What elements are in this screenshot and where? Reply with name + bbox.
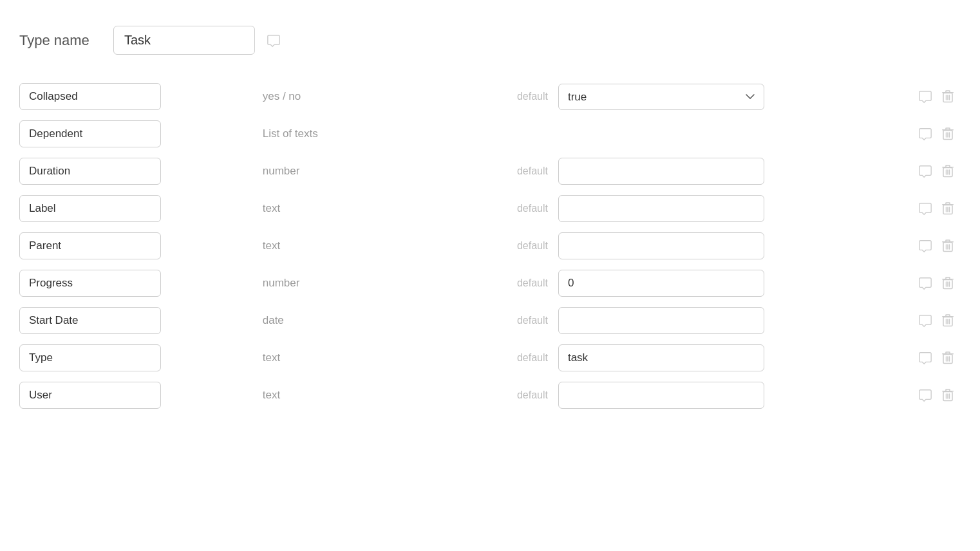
field-delete-button[interactable] [940, 88, 956, 105]
field-name-cell [19, 302, 252, 339]
field-delete-button[interactable] [940, 275, 956, 292]
action-icons [888, 238, 956, 254]
field-type-cell: text [252, 377, 466, 414]
trash-icon [941, 127, 954, 141]
comment-icon [918, 276, 932, 290]
field-delete-button[interactable] [940, 126, 956, 142]
field-actions-cell [883, 265, 961, 302]
field-comment-button[interactable] [917, 126, 934, 142]
field-default-label: default [466, 265, 553, 302]
field-comment-button[interactable] [917, 275, 934, 292]
table-row: textdefault [19, 227, 961, 265]
field-default-select[interactable]: truefalse [558, 84, 764, 110]
table-row: textdefault [19, 377, 961, 414]
trash-icon [941, 351, 954, 365]
field-actions-cell [883, 377, 961, 414]
field-name-cell [19, 115, 252, 153]
field-default-input[interactable] [558, 344, 764, 371]
field-default-input[interactable] [558, 232, 764, 259]
field-name-cell [19, 227, 252, 265]
table-row: textdefault [19, 339, 961, 377]
field-default-input[interactable] [558, 270, 764, 297]
comment-icon [918, 351, 932, 365]
field-default-label: default [466, 78, 553, 115]
trash-icon [941, 201, 954, 216]
comment-icon [918, 388, 932, 402]
action-icons [888, 387, 956, 404]
field-default-input[interactable] [558, 195, 764, 222]
field-name-cell [19, 339, 252, 377]
type-name-row: Type name [19, 26, 961, 55]
field-name-cell [19, 153, 252, 190]
field-actions-cell [883, 302, 961, 339]
field-name-input[interactable] [19, 120, 161, 147]
field-default-value-cell [553, 190, 883, 227]
trash-icon [941, 164, 954, 178]
field-default-label: default [466, 377, 553, 414]
table-row: numberdefault [19, 265, 961, 302]
trash-icon [941, 89, 954, 104]
field-name-input[interactable] [19, 344, 161, 371]
field-actions-cell [883, 339, 961, 377]
field-default-label: default [466, 302, 553, 339]
field-comment-button[interactable] [917, 238, 934, 254]
field-name-input[interactable] [19, 232, 161, 259]
comment-icon [918, 127, 932, 141]
comment-icon [918, 313, 932, 328]
field-comment-button[interactable] [917, 350, 934, 366]
field-type-cell: text [252, 227, 466, 265]
type-name-comment-button[interactable] [265, 32, 282, 49]
field-comment-button[interactable] [917, 312, 934, 329]
field-type-cell: date [252, 302, 466, 339]
action-icons [888, 275, 956, 292]
field-name-cell [19, 265, 252, 302]
comment-icon [267, 33, 281, 48]
field-type-cell: text [252, 190, 466, 227]
field-type-cell: text [252, 339, 466, 377]
field-default-label: default [466, 339, 553, 377]
trash-icon [941, 239, 954, 253]
field-name-input[interactable] [19, 270, 161, 297]
field-comment-button[interactable] [917, 200, 934, 217]
field-name-input[interactable] [19, 158, 161, 185]
comment-icon [918, 239, 932, 253]
comment-icon [918, 164, 932, 178]
field-default-input[interactable] [558, 382, 764, 409]
field-name-input[interactable] [19, 307, 161, 334]
action-icons [888, 312, 956, 329]
field-default-input[interactable] [558, 158, 764, 185]
field-default-value-cell: truefalse [553, 78, 883, 115]
field-name-input[interactable] [19, 195, 161, 222]
field-comment-button[interactable] [917, 88, 934, 105]
action-icons [888, 88, 956, 105]
table-row: textdefault [19, 190, 961, 227]
field-delete-button[interactable] [940, 312, 956, 329]
type-name-label: Type name [19, 32, 103, 49]
field-default-input[interactable] [558, 307, 764, 334]
field-comment-button[interactable] [917, 387, 934, 404]
field-actions-cell [883, 153, 961, 190]
field-default-label: default [466, 227, 553, 265]
trash-icon [941, 388, 954, 402]
field-delete-button[interactable] [940, 387, 956, 404]
field-type-cell: number [252, 265, 466, 302]
field-delete-button[interactable] [940, 200, 956, 217]
type-name-input[interactable] [113, 26, 255, 55]
field-actions-cell [883, 227, 961, 265]
field-name-cell [19, 190, 252, 227]
field-comment-button[interactable] [917, 163, 934, 180]
field-default-label: default [466, 190, 553, 227]
field-actions-cell [883, 78, 961, 115]
field-default-value-cell [553, 115, 883, 153]
action-icons [888, 350, 956, 366]
field-default-value-cell [553, 227, 883, 265]
action-icons [888, 163, 956, 180]
field-delete-button[interactable] [940, 350, 956, 366]
fields-table: yes / nodefaulttruefalse List of texts n… [19, 78, 961, 414]
field-delete-button[interactable] [940, 238, 956, 254]
field-delete-button[interactable] [940, 163, 956, 180]
field-default-label: default [466, 153, 553, 190]
field-name-input[interactable] [19, 382, 161, 409]
field-name-input[interactable] [19, 83, 161, 110]
field-actions-cell [883, 190, 961, 227]
